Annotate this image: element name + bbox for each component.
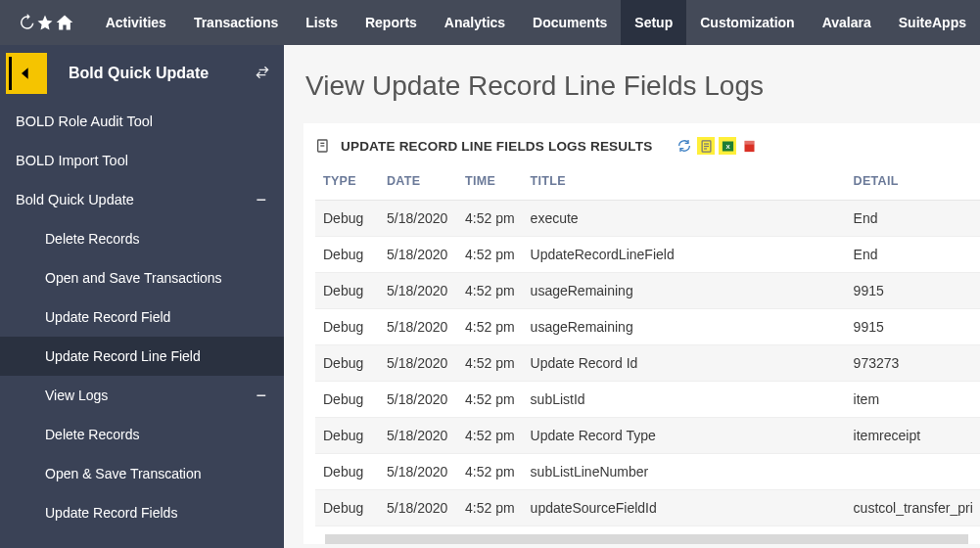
- sidebar-item-label: Update Record Line Field: [45, 348, 201, 364]
- table-cell: item: [846, 382, 980, 418]
- nav-analytics[interactable]: Analytics: [431, 0, 519, 45]
- table-cell: Debug: [315, 382, 379, 418]
- nav-suiteapps[interactable]: SuiteApps: [885, 0, 980, 45]
- table-row[interactable]: Debug5/18/20204:52 pmsubListLineNumber: [315, 454, 980, 490]
- table-cell: 4:52 pm: [457, 273, 523, 309]
- log-table: TYPE DATE TIME TITLE DETAIL Debug5/18/20…: [315, 164, 980, 526]
- table-row[interactable]: Debug5/18/20204:52 pmusageRemaining9915: [315, 309, 980, 345]
- table-cell: 4:52 pm: [457, 237, 523, 273]
- table-cell: itemreceipt: [846, 418, 980, 454]
- table-cell: Debug: [315, 418, 379, 454]
- sidebar-title: Bold Quick Update: [69, 65, 255, 82]
- nav-avalara[interactable]: Avalara: [809, 0, 885, 45]
- table-cell: 973273: [846, 345, 980, 382]
- table-cell: Debug: [315, 454, 379, 490]
- sidebar-header: Bold Quick Update: [0, 45, 284, 102]
- table-row[interactable]: Debug5/18/20204:52 pmUpdateRecordLineFie…: [315, 237, 980, 273]
- table-cell: updateSourceFieldId: [523, 490, 846, 526]
- nav-transactions[interactable]: Transactions: [180, 0, 292, 45]
- table-cell: 4:52 pm: [457, 454, 523, 490]
- table-cell: usageRemaining: [523, 273, 846, 309]
- table-cell: execute: [523, 201, 846, 237]
- table-cell: Debug: [315, 309, 379, 345]
- table-cell: Update Record Id: [523, 345, 846, 382]
- sidebar-item-quick-update[interactable]: Bold Quick Update −: [0, 180, 284, 219]
- sidebar-item-role-audit[interactable]: BOLD Role Audit Tool: [0, 102, 284, 141]
- sidebar-item-update-record-line-field[interactable]: Update Record Line Field: [0, 337, 284, 376]
- sidebar-item-label: Update Record Fields: [45, 505, 177, 521]
- table-row[interactable]: Debug5/18/20204:52 pmUpdate Record Typei…: [315, 418, 980, 454]
- nav-documents[interactable]: Documents: [519, 0, 621, 45]
- col-detail[interactable]: DETAIL: [846, 164, 980, 201]
- sidebar-item-open-save-transcation[interactable]: Open & Save Transcation: [0, 454, 284, 493]
- nav-reports[interactable]: Reports: [351, 0, 431, 45]
- page-title: View Update Record Line Fields Logs: [284, 45, 980, 123]
- sidebar-item-delete-records[interactable]: Delete Records: [0, 219, 284, 258]
- sidebar: Bold Quick Update BOLD Role Audit Tool B…: [0, 45, 284, 548]
- col-date[interactable]: DATE: [379, 164, 457, 201]
- refresh-icon[interactable]: [676, 137, 693, 155]
- table-cell: 4:52 pm: [457, 382, 523, 418]
- nav-setup[interactable]: Setup: [621, 0, 686, 45]
- sidebar-item-update-record-field[interactable]: Update Record Field: [0, 297, 284, 337]
- table-cell: Debug: [315, 273, 379, 309]
- col-title[interactable]: TITLE: [523, 164, 846, 201]
- sidebar-item-label: Open & Save Transcation: [45, 466, 202, 481]
- sidebar-item-open-save-trans[interactable]: Open and Save Transactions: [0, 258, 284, 297]
- table-cell: usageRemaining: [523, 309, 846, 345]
- table-cell: 5/18/2020: [379, 490, 457, 526]
- nav-lists[interactable]: Lists: [292, 0, 351, 45]
- table-cell: Debug: [315, 237, 379, 273]
- sidebar-item-label: Update Record Field: [45, 309, 170, 325]
- history-icon[interactable]: [18, 14, 36, 31]
- table-cell: End: [846, 201, 980, 237]
- table-cell: 5/18/2020: [379, 454, 457, 490]
- table-cell: 5/18/2020: [379, 273, 457, 309]
- sidebar-item-label: BOLD Import Tool: [16, 153, 128, 168]
- table-row[interactable]: Debug5/18/20204:52 pmupdateSourceFieldId…: [315, 490, 980, 526]
- table-cell: 4:52 pm: [457, 345, 523, 382]
- snapshot-icon: [315, 138, 331, 154]
- table-cell: End: [846, 237, 980, 273]
- table-cell: 5/18/2020: [379, 237, 457, 273]
- table-row[interactable]: Debug5/18/20204:52 pmUpdate Record Id973…: [315, 345, 980, 382]
- sidebar-item-update-record-fields[interactable]: Update Record Fields: [0, 493, 284, 532]
- star-icon[interactable]: [36, 14, 55, 31]
- sidebar-item-view-logs[interactable]: View Logs −: [0, 376, 284, 415]
- sidebar-item-label: View Logs: [45, 388, 108, 403]
- export-pdf-icon[interactable]: [740, 137, 758, 155]
- table-cell: Debug: [315, 345, 379, 382]
- sidebar-item-delete-records-2[interactable]: Delete Records: [0, 415, 284, 454]
- home-icon[interactable]: [55, 13, 74, 32]
- nav-customization[interactable]: Customization: [686, 0, 808, 45]
- table-cell: 4:52 pm: [457, 309, 523, 345]
- table-cell: Update Record Type: [523, 418, 846, 454]
- print-icon[interactable]: [697, 137, 715, 155]
- table-cell: [846, 454, 980, 490]
- col-time[interactable]: TIME: [457, 164, 523, 201]
- table-cell: 5/18/2020: [379, 309, 457, 345]
- sidebar-item-import-tool[interactable]: BOLD Import Tool: [0, 141, 284, 180]
- table-row[interactable]: Debug5/18/20204:52 pmsubListIditem: [315, 382, 980, 418]
- horizontal-scrollbar[interactable]: [325, 534, 968, 544]
- table-cell: 5/18/2020: [379, 345, 457, 382]
- table-cell: 4:52 pm: [457, 490, 523, 526]
- swap-icon[interactable]: [255, 65, 270, 83]
- table-cell: 5/18/2020: [379, 418, 457, 454]
- table-cell: 4:52 pm: [457, 201, 523, 237]
- export-excel-icon[interactable]: X: [719, 137, 736, 155]
- table-cell: 9915: [846, 309, 980, 345]
- panel-header: UPDATE RECORD LINE FIELDS LOGS RESULTS X: [315, 137, 968, 155]
- table-cell: 5/18/2020: [379, 201, 457, 237]
- sidebar-item-label: Bold Quick Update: [16, 192, 134, 207]
- table-row[interactable]: Debug5/18/20204:52 pmusageRemaining9915: [315, 273, 980, 309]
- sidebar-logo-icon: [6, 53, 47, 94]
- top-nav-items: Activities Transactions Lists Reports An…: [92, 0, 980, 45]
- nav-activities[interactable]: Activities: [92, 0, 180, 45]
- col-type[interactable]: TYPE: [315, 164, 379, 201]
- table-cell: custcol_transfer_pri: [846, 490, 980, 526]
- svg-rect-10: [744, 140, 754, 144]
- table-cell: 4:52 pm: [457, 418, 523, 454]
- sidebar-item-label: Delete Records: [45, 427, 140, 442]
- table-row[interactable]: Debug5/18/20204:52 pmexecuteEnd: [315, 201, 980, 237]
